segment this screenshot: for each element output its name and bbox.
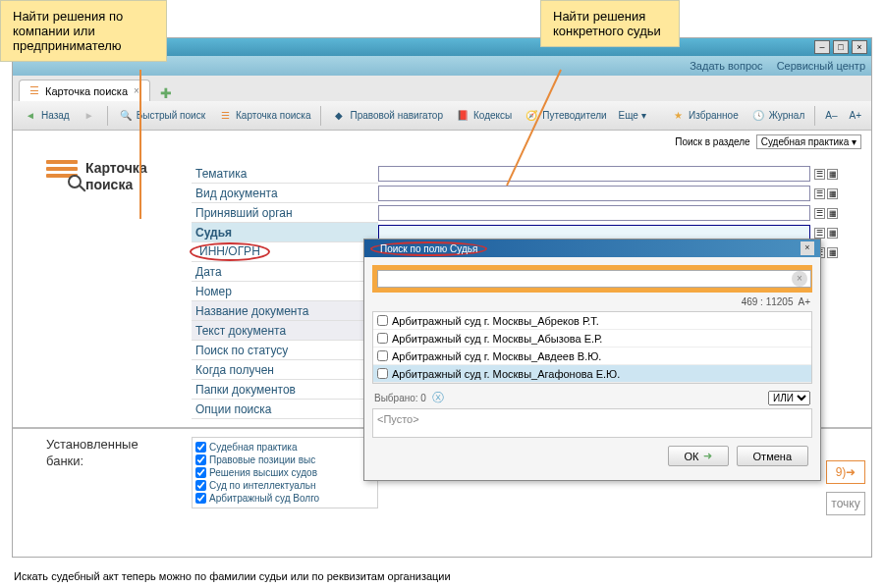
menu-ask[interactable]: Задать вопрос — [690, 60, 762, 72]
popup-title-bar: Поиск по полю Судья × — [364, 240, 820, 257]
popup-logic-select[interactable]: ИЛИ — [768, 391, 810, 405]
sub-toolbar: Поиск в разделе Судебная практика ▾ — [13, 131, 871, 152]
guides-button[interactable]: 🧭Путеводители — [520, 106, 610, 126]
card-title-block: Карточка поиска — [46, 160, 192, 419]
callout-company: Найти решения по компании или предприним… — [0, 0, 167, 62]
bank-item[interactable]: Судебная практика — [195, 441, 374, 454]
tab-close-icon[interactable]: × — [134, 85, 139, 96]
field-calendar-icon[interactable]: ▦ — [827, 169, 838, 180]
search-card-icon — [46, 160, 78, 187]
journal-button[interactable]: 🕓Журнал — [746, 106, 809, 126]
favorites-button[interactable]: ★Избранное — [666, 106, 743, 126]
callout-judge-text: Найти решения конкретного судьи — [553, 9, 661, 38]
field-theme[interactable]: Тематика — [192, 164, 378, 184]
window-close-icon[interactable]: × — [852, 40, 867, 54]
codes-button[interactable]: 📕Кодексы — [451, 106, 516, 126]
bank-item[interactable]: Решения высших судов — [195, 466, 374, 479]
popup-close-icon[interactable]: × — [801, 241, 814, 255]
field-date[interactable]: Дата — [192, 262, 378, 282]
tab-icon: ☰ — [29, 84, 39, 97]
popup-font-plus[interactable]: A+ — [798, 296, 810, 307]
banks-label: Установленные банки: — [46, 437, 192, 508]
legal-nav-button[interactable]: ◆Правовой навигатор — [327, 106, 447, 126]
more-button[interactable]: Еще ▾ — [615, 108, 650, 123]
results-button[interactable]: 9) ➜ — [826, 460, 865, 484]
field-doc-type[interactable]: Вид документа — [192, 184, 378, 203]
popup-list: Арбитражный суд г. Москвы_Абреков Р.Т. А… — [372, 311, 812, 384]
section-label: Поиск в разделе — [675, 136, 749, 147]
field-action-icon[interactable]: ☰ — [814, 169, 825, 180]
input-theme[interactable] — [378, 166, 810, 182]
search-card-button[interactable]: ☰Карточка поиска — [213, 106, 314, 126]
tab-title: Карточка поиска — [45, 85, 128, 97]
tab-add-icon[interactable]: ✚ — [154, 85, 178, 101]
nav-forward-button[interactable]: ► — [78, 106, 101, 126]
popup-ok-button[interactable]: ОК➜ — [668, 446, 729, 466]
card-title-1: Карточка — [85, 160, 147, 177]
image-caption: Искать судебный акт теперь можно по фами… — [14, 570, 451, 582]
nav-back-button[interactable]: ◄Назад — [19, 106, 74, 126]
main-toolbar: ◄Назад ► 🔍Быстрый поиск ☰Карточка поиска… — [13, 101, 871, 131]
bank-checkbox[interactable] — [195, 442, 206, 453]
popup-search-input[interactable] — [377, 270, 811, 288]
field-doc-text[interactable]: Текст документа — [192, 321, 378, 341]
callout-judge: Найти решения конкретного судьи — [540, 0, 680, 47]
tab-search-card[interactable]: ☰ Карточка поиска × — [19, 80, 150, 101]
card-title-2: поиска — [85, 177, 147, 193]
bank-item[interactable]: Правовые позиции выс — [195, 454, 374, 466]
popup-item[interactable]: Арбитражный суд г. Москвы_Абреков Р.Т. — [373, 312, 811, 330]
input-authority[interactable] — [378, 205, 810, 221]
popup-selected-label: Выбрано: 0 — [374, 393, 426, 403]
field-authority[interactable]: Принявший орган — [192, 203, 378, 223]
section-select[interactable]: Судебная практика ▾ — [756, 134, 861, 149]
popup-cancel-button[interactable]: Отмена — [737, 446, 808, 466]
field-number[interactable]: Номер — [192, 282, 378, 301]
popup-search-clear-icon[interactable]: × — [792, 271, 807, 287]
callout-company-text: Найти решения по компании или предприним… — [13, 9, 123, 53]
font-decrease-button[interactable]: A– — [821, 108, 841, 123]
popup-selected-bar: Выбрано: 0 ⓧ ИЛИ — [372, 384, 812, 408]
field-folders[interactable]: Папки документов — [192, 380, 378, 400]
popup-empty-box: <Пусто> — [372, 408, 812, 438]
field-status[interactable]: Поиск по статусу — [192, 341, 378, 360]
red-circle-popup-title: Поиск по полю Судья — [370, 241, 487, 256]
field-inn[interactable]: ИНН/ОГРН — [192, 242, 378, 262]
popup-buttons: ОК➜ Отмена — [372, 438, 812, 472]
field-doc-name[interactable]: Название документа — [192, 301, 378, 321]
input-doc-type[interactable] — [378, 186, 810, 201]
bank-item[interactable]: Арбитражный суд Волго — [195, 492, 374, 505]
popup-item[interactable]: Арбитражный суд г. Москвы_Агафонова Е.Ю. — [373, 365, 811, 383]
quick-search-button[interactable]: 🔍Быстрый поиск — [114, 106, 209, 126]
popup-search-box: × — [372, 265, 812, 293]
field-options[interactable]: Опции поиска — [192, 400, 378, 419]
menu-service[interactable]: Сервисный центр — [777, 60, 865, 72]
fields-list: Тематика Вид документа Принявший орган С… — [192, 160, 378, 419]
callout-line-company — [139, 70, 141, 219]
field-judge[interactable]: Судья — [192, 223, 378, 242]
red-circle-inn: ИНН/ОГРН — [190, 242, 270, 261]
popup-clear-selected-icon[interactable]: ⓧ — [432, 390, 444, 406]
font-increase-button[interactable]: A+ — [845, 108, 865, 123]
popup-count: 469 : 11205 A+ — [372, 293, 812, 311]
field-received[interactable]: Когда получен — [192, 360, 378, 380]
tab-bar: ☰ Карточка поиска × ✚ — [13, 76, 871, 101]
popup-item[interactable]: Арбитражный суд г. Москвы_Авдеев В.Ю. — [373, 347, 811, 365]
window-minimize-icon[interactable]: – — [814, 40, 830, 54]
window-maximize-icon[interactable]: □ — [833, 40, 849, 54]
banks-list: Судебная практика Правовые позиции выс Р… — [192, 437, 378, 508]
card-hint-button[interactable]: точку — [826, 492, 865, 515]
popup-item[interactable]: Арбитражный суд г. Москвы_Абызова Е.Р. — [373, 330, 811, 347]
bank-item[interactable]: Суд по интеллектуальн — [195, 479, 374, 492]
popup-checkbox[interactable] — [377, 315, 388, 326]
judge-popup: Поиск по полю Судья × × 469 : 11205 A+ А… — [363, 239, 821, 481]
